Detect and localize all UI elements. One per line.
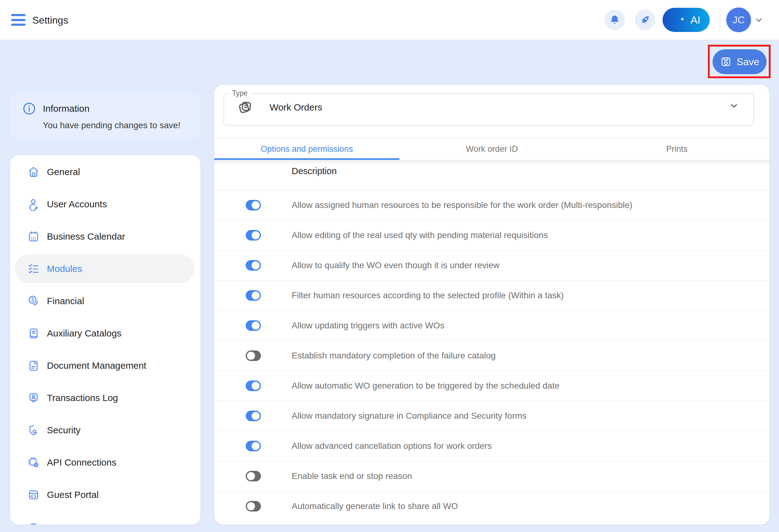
sidebar-item-security[interactable]: Security (10, 414, 200, 446)
sidebar-item-modules[interactable]: Modules (10, 253, 200, 285)
tab-prints[interactable]: Prints (584, 138, 769, 160)
toggle-switch[interactable] (246, 411, 261, 421)
permission-row: Allow mandatory signature in Compliance … (214, 401, 769, 431)
notifications-button[interactable] (604, 10, 625, 30)
toggle-knob (252, 201, 260, 209)
toggle-knob (247, 472, 255, 480)
toggle-switch[interactable] (246, 381, 261, 391)
sidebar-item-guest-portal[interactable]: Guest Portal (10, 479, 200, 511)
tab-options-and-permissions[interactable]: Options and permissions (214, 138, 400, 160)
permission-row: Allow to qualify the WO even though it i… (214, 251, 769, 281)
ai-assistant-button[interactable]: ✦ AI (663, 8, 710, 32)
toggle-switch[interactable] (246, 320, 261, 331)
toggle-knob (252, 261, 260, 269)
permission-row: Enable task end or stop reason (214, 461, 769, 491)
sidebar-item-label: Modules (47, 264, 82, 274)
bell-icon (609, 14, 620, 26)
work-order-type-icon (237, 99, 253, 116)
permission-row: Allow advanced cancellation options for … (214, 431, 769, 461)
toggle-switch[interactable] (246, 441, 261, 451)
sidebar-nav-list: General User Accounts Business Calendar (10, 156, 200, 511)
tab-label: Prints (666, 144, 688, 154)
save-button-label: Save (737, 56, 760, 68)
checklist-icon (27, 262, 40, 275)
user-avatar[interactable]: JC (726, 7, 751, 32)
permission-description: Allow to qualify the WO even though it i… (292, 260, 499, 270)
permission-description: Allow advanced cancellation options for … (292, 441, 492, 451)
sidebar-item-api-connections[interactable]: API Connections (10, 446, 200, 479)
toggle-switch[interactable] (246, 290, 261, 301)
chip-gear-icon (27, 456, 40, 469)
active-item-highlight (15, 255, 194, 283)
sidebar-item-label: Document Management (47, 360, 146, 371)
sidebar-item-label: Guest Portal (47, 489, 99, 500)
permission-row: Filter human resources according to the … (214, 281, 769, 311)
hamburger-menu-icon[interactable] (11, 14, 25, 26)
toggle-switch[interactable] (246, 350, 261, 361)
ai-label: AI (691, 14, 701, 26)
permissions-table: Allow assigned human resources to be res… (214, 190, 769, 521)
toggle-switch[interactable] (246, 200, 261, 210)
page-title: Settings (32, 15, 68, 26)
avatar-chevron-down-icon[interactable] (754, 15, 764, 25)
sidebar-item-auxiliary-catalogs[interactable]: Auxiliary Catalogs (10, 317, 200, 349)
sidebar-item-label: API Connections (47, 457, 116, 468)
toggle-knob (247, 352, 255, 360)
toggle-switch[interactable] (246, 471, 261, 481)
tab-work-order-id[interactable]: Work order ID (400, 138, 585, 160)
type-chevron-down-icon (729, 101, 739, 111)
permission-row: Allow assigned human resources to be res… (214, 190, 769, 220)
type-selected-value: Work Orders (269, 102, 322, 113)
info-title: Information (43, 104, 89, 114)
description-column-header: Description (292, 166, 337, 176)
sidebar-item-label: Transactions Log (47, 393, 118, 403)
topbar: Settings ✦ AI JC (0, 0, 779, 40)
user-log-icon (27, 391, 40, 404)
user-plus-icon (27, 198, 40, 211)
sidebar-item-transactions-log[interactable]: Transactions Log (10, 382, 200, 414)
settings-sidebar: General User Accounts Business Calendar (10, 155, 200, 525)
permission-description: Enable task end or stop reason (292, 471, 412, 481)
sidebar-item-label: Auxiliary Catalogs (47, 328, 121, 339)
permission-description: Allow updating triggers with active WOs (292, 321, 444, 331)
permission-row: Allow editing of the real used qty with … (214, 220, 769, 251)
sidebar-item-label: Security (47, 425, 80, 436)
permission-description: Filter human resources according to the … (292, 290, 564, 301)
toggle-switch[interactable] (246, 260, 261, 271)
sidebar-item-financial[interactable]: Financial (10, 285, 200, 317)
info-icon (22, 102, 36, 116)
permission-row: Automatically generate link to share all… (214, 491, 769, 521)
save-button[interactable]: Save (713, 49, 767, 74)
sidebar-item-label: Financial (47, 296, 84, 306)
permission-description: Allow editing of the real used qty with … (292, 230, 548, 240)
toggle-knob (252, 412, 260, 420)
toggle-knob (252, 442, 260, 450)
permission-row: Allow updating triggers with active WOs (214, 311, 769, 341)
toggle-switch[interactable] (246, 230, 261, 241)
sidebar-item-document-management[interactable]: Document Management (10, 349, 200, 382)
sidebar-item-business-calendar[interactable]: Business Calendar (10, 220, 200, 253)
sidebar-item-user-accounts[interactable]: User Accounts (10, 188, 200, 220)
permission-row: Establish mandatory completion of the fa… (214, 341, 769, 371)
browser-icon (27, 488, 40, 501)
type-select[interactable]: Work Orders (224, 89, 754, 125)
pending-changes-info-box: Information You have pending changes to … (10, 93, 200, 139)
permission-row: Allow automatic WO generation to be trig… (214, 371, 769, 401)
toggle-knob (252, 231, 260, 239)
permission-description: Allow assigned human resources to be res… (292, 200, 633, 210)
calendar-icon (27, 230, 40, 243)
toggle-switch[interactable] (246, 501, 261, 512)
floppy-save-icon (720, 56, 732, 68)
sidebar-item-general[interactable]: General (10, 156, 200, 188)
partial-nav-icon (27, 521, 40, 525)
whats-new-button[interactable] (635, 10, 655, 30)
toggle-knob (252, 322, 260, 330)
document-icon (27, 359, 40, 372)
permission-description: Allow automatic WO generation to be trig… (292, 381, 559, 391)
toggle-knob (252, 291, 260, 300)
settings-screen: Settings ✦ AI JC Save Information You ha… (0, 0, 779, 532)
home-icon (27, 165, 40, 179)
rocket-icon (639, 13, 652, 26)
toggle-knob (252, 382, 260, 390)
permission-description: Automatically generate link to share all… (292, 501, 458, 511)
